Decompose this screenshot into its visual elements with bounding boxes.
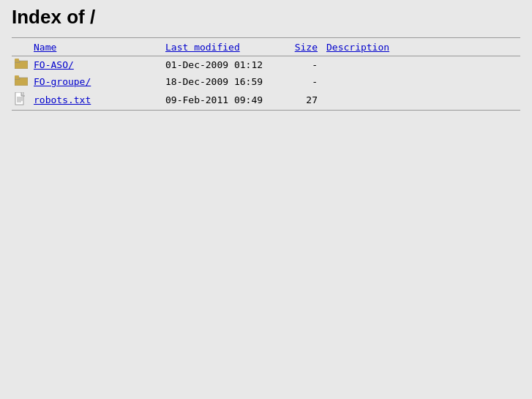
file-name[interactable]: robots.txt xyxy=(31,90,162,111)
file-size: - xyxy=(287,56,323,74)
description-header[interactable]: Description xyxy=(323,38,520,56)
folder-icon xyxy=(12,56,31,74)
page-title: Index of / xyxy=(12,6,520,29)
svg-rect-5 xyxy=(15,75,19,78)
file-modified: 09-Feb-2011 09:49 xyxy=(162,90,287,111)
modified-header[interactable]: Last modified xyxy=(162,38,287,56)
table-row: FO-ASO/01-Dec-2009 01:12- xyxy=(12,56,520,74)
file-icon xyxy=(15,92,26,105)
folder-icon xyxy=(15,59,28,69)
file-modified: 01-Dec-2009 01:12 xyxy=(162,56,287,74)
svg-rect-2 xyxy=(15,59,19,61)
file-link[interactable]: robots.txt xyxy=(34,94,91,105)
icon-header-cell xyxy=(12,38,31,56)
file-name[interactable]: FO-ASO/ xyxy=(31,56,162,74)
table-row: robots.txt09-Feb-2011 09:4927 xyxy=(12,90,520,111)
table-row: FO-groupe/18-Dec-2009 16:59- xyxy=(12,73,520,90)
folder-icon xyxy=(15,75,28,86)
table-footer-row xyxy=(12,111,520,114)
file-size: - xyxy=(287,73,323,90)
size-header[interactable]: Size xyxy=(287,38,323,56)
name-header[interactable]: Name xyxy=(31,38,162,56)
file-description xyxy=(323,56,520,74)
file-icon xyxy=(12,90,31,111)
file-size: 27 xyxy=(287,90,323,111)
file-link[interactable]: FO-ASO/ xyxy=(34,59,74,70)
file-description xyxy=(323,73,520,90)
file-name[interactable]: FO-groupe/ xyxy=(31,73,162,90)
folder-icon xyxy=(12,73,31,90)
file-modified: 18-Dec-2009 16:59 xyxy=(162,73,287,90)
directory-listing: Name Last modified Size Description FO-A… xyxy=(12,37,520,113)
table-header-row: Name Last modified Size Description xyxy=(12,38,520,56)
file-link[interactable]: FO-groupe/ xyxy=(34,76,91,87)
file-description xyxy=(323,90,520,111)
